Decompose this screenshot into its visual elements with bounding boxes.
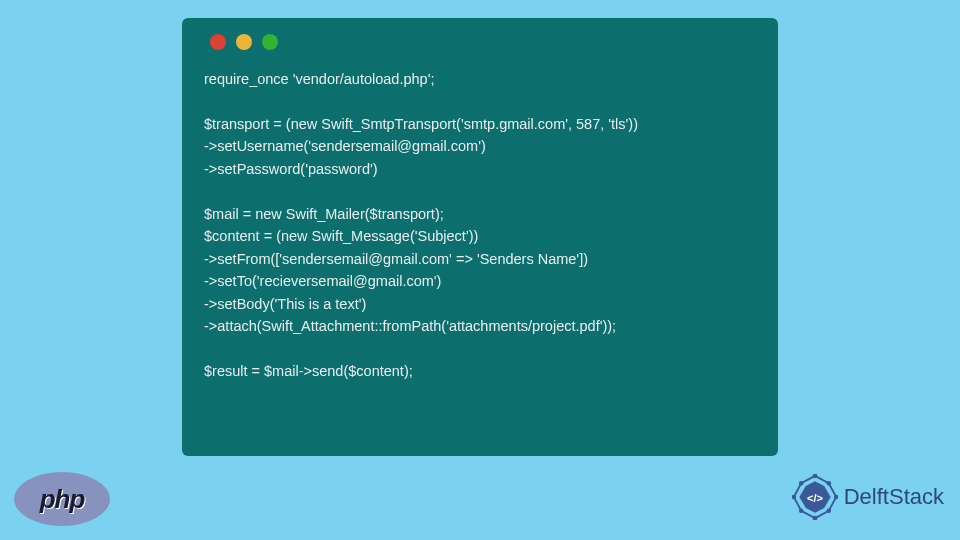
code-line: ->setFrom(['sendersemail@gmail.com' => '… — [204, 251, 588, 267]
code-line: require_once 'vendor/autoload.php'; — [204, 71, 434, 87]
php-logo-bg-icon: php — [14, 472, 110, 526]
code-line: $result = $mail->send($content); — [204, 363, 413, 379]
code-line: ->attach(Swift_Attachment::fromPath('att… — [204, 318, 616, 334]
svg-point-10 — [799, 481, 804, 486]
minimize-dot-icon — [236, 34, 252, 50]
close-dot-icon — [210, 34, 226, 50]
delftstack-text: DelftStack — [844, 484, 944, 510]
code-line: $content = (new Swift_Message('Subject')… — [204, 228, 478, 244]
code-line: ->setBody('This is a text') — [204, 296, 366, 312]
php-logo-text: php — [40, 484, 85, 515]
delftstack-icon: </> — [792, 474, 838, 520]
code-line: $transport = (new Swift_SmtpTransport('s… — [204, 116, 638, 132]
code-content: require_once 'vendor/autoload.php'; $tra… — [204, 68, 756, 383]
delftstack-logo: </> DelftStack — [792, 474, 944, 520]
svg-point-4 — [826, 481, 831, 486]
code-line: $mail = new Swift_Mailer($transport); — [204, 206, 444, 222]
svg-text:</>: </> — [807, 492, 823, 504]
code-line: ->setUsername('sendersemail@gmail.com') — [204, 138, 486, 154]
php-logo: php — [14, 472, 110, 526]
code-line: ->setPassword('password') — [204, 161, 378, 177]
svg-point-8 — [799, 509, 804, 514]
code-window: require_once 'vendor/autoload.php'; $tra… — [182, 18, 778, 456]
window-controls — [204, 34, 756, 50]
maximize-dot-icon — [262, 34, 278, 50]
svg-point-6 — [826, 509, 831, 514]
code-line: ->setTo('recieversemail@gmail.com') — [204, 273, 441, 289]
